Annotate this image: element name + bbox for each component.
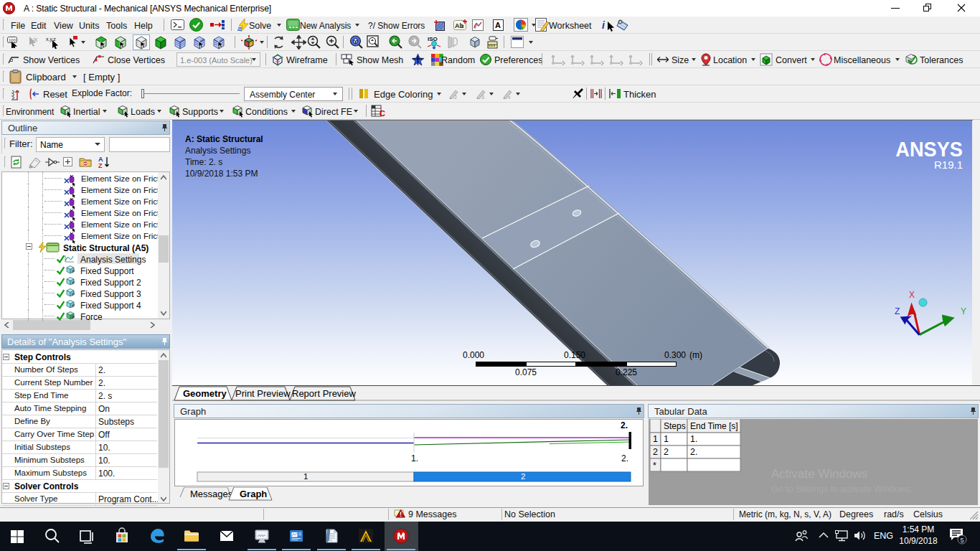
svg-text:1: 1: [653, 434, 658, 444]
svg-text:Print Preview: Print Preview: [235, 388, 291, 399]
svg-text:Y: Y: [961, 306, 966, 316]
svg-text:1: 1: [303, 472, 308, 481]
svg-text:A: A: [495, 21, 501, 29]
svg-text:2.: 2.: [690, 447, 697, 457]
svg-text:End Time [s]: End Time [s]: [690, 421, 738, 431]
svg-text:Steps: Steps: [664, 421, 686, 431]
svg-text:2: 2: [664, 447, 669, 457]
svg-text:Z: Z: [895, 306, 900, 316]
svg-text:x: x: [508, 95, 511, 99]
svg-text:0.225: 0.225: [616, 367, 637, 377]
svg-text:x,y,z: x,y,z: [46, 37, 56, 42]
svg-text:2: 2: [521, 472, 525, 481]
svg-text:C: C: [380, 109, 385, 118]
svg-text:0.075: 0.075: [515, 367, 537, 377]
svg-text:0.300: 0.300: [664, 350, 686, 360]
svg-text:5: 5: [961, 537, 964, 544]
svg-text:100: 100: [9, 38, 17, 42]
svg-text:Z: Z: [98, 162, 103, 169]
svg-text:X: X: [909, 290, 915, 300]
svg-text:2: 2: [454, 95, 457, 99]
svg-text:Geometry: Geometry: [183, 388, 227, 399]
svg-text:0.000: 0.000: [463, 350, 484, 360]
svg-text:Messages: Messages: [190, 489, 233, 499]
svg-text:Report Preview: Report Preview: [292, 388, 356, 399]
svg-text:1.: 1.: [690, 434, 697, 444]
svg-text:1.: 1.: [411, 453, 418, 463]
svg-text:(m): (m): [689, 350, 702, 360]
svg-text:1: 1: [664, 434, 669, 444]
svg-text:2: 2: [653, 447, 658, 457]
svg-text:2.: 2.: [621, 420, 628, 430]
svg-text:Graph: Graph: [240, 489, 267, 499]
svg-text:0.150: 0.150: [564, 350, 585, 360]
svg-text:3: 3: [481, 95, 484, 99]
svg-text:*: *: [653, 461, 656, 471]
svg-text:2.: 2.: [621, 453, 628, 463]
svg-text:c: c: [461, 23, 464, 29]
